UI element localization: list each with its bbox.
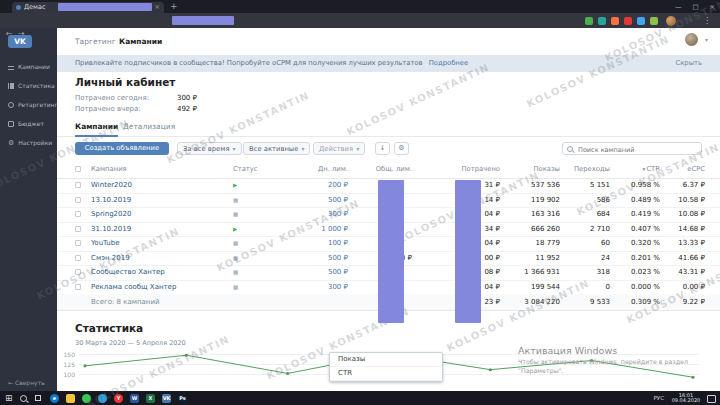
extension-icon[interactable] — [650, 17, 658, 25]
status-icon[interactable]: ■ — [233, 207, 238, 222]
total-ctr: 0.309 % — [631, 294, 660, 310]
row-checkbox[interactable] — [75, 226, 81, 232]
sidebar-item-retargeting[interactable]: Ретаргетинг — [0, 95, 57, 114]
window-minimize-icon[interactable]: — — [675, 3, 682, 11]
taskbar-clock[interactable]: 16:01 09.04.2020 — [668, 393, 704, 405]
status-icon[interactable]: ▶ — [233, 178, 237, 193]
taskbar-app-photoshop-icon[interactable]: Ps — [178, 394, 187, 403]
notification-center-icon[interactable] — [707, 395, 716, 403]
window-close-icon[interactable]: × — [710, 3, 715, 11]
col-ctr[interactable]: ▾CTR — [643, 160, 660, 178]
back-icon[interactable]: ← — [6, 26, 13, 41]
metric-option-impressions[interactable]: Показы — [330, 353, 442, 367]
tab-details[interactable]: Детализация — [123, 118, 175, 135]
daily-limit-link[interactable]: 300 ₽ — [328, 207, 348, 222]
select-all-checkbox[interactable] — [75, 166, 81, 172]
row-checkbox[interactable] — [75, 211, 81, 217]
daily-limit-link[interactable]: 500 ₽ — [328, 265, 348, 280]
taskbar-app-edge-icon[interactable]: e — [50, 394, 59, 403]
col-total-limit[interactable]: Общ. лим. — [376, 160, 412, 178]
spent-today-label: Потрачено сегодня: — [75, 94, 149, 102]
campaign-link[interactable]: 31.10.2019 — [91, 222, 131, 237]
spent-value: 00 ₽ — [484, 251, 500, 266]
col-status[interactable]: Статус — [233, 160, 258, 178]
task-view-icon[interactable] — [35, 395, 41, 401]
extension-icon[interactable] — [637, 17, 645, 25]
row-checkbox[interactable] — [75, 269, 81, 275]
row-checkbox[interactable] — [75, 197, 81, 203]
row-checkbox[interactable] — [75, 255, 81, 261]
actions-dropdown[interactable]: Действия▾ — [313, 142, 365, 155]
taskbar-search-icon[interactable] — [20, 395, 27, 402]
campaign-link[interactable]: Сообщество Хантер — [91, 265, 165, 280]
taskbar-app-explorer-icon[interactable] — [66, 394, 75, 403]
status-icon[interactable]: ▶ — [233, 222, 237, 237]
taskbar-app-yandex-browser-icon[interactable]: Y — [114, 394, 123, 403]
export-icon[interactable]: ↓ — [375, 142, 390, 155]
row-checkbox[interactable] — [75, 240, 81, 246]
chevron-down-icon[interactable]: ▾ — [705, 36, 708, 43]
extension-icon[interactable] — [598, 17, 606, 25]
taskbar-app-whatsapp-icon[interactable] — [82, 394, 91, 403]
tab-campaigns[interactable]: Кампании — [75, 118, 118, 137]
status-icon[interactable]: ■ — [233, 280, 238, 295]
campaign-link[interactable]: YouTube — [91, 236, 119, 251]
sidebar-item-campaigns[interactable]: Кампании — [0, 57, 57, 76]
gear-icon[interactable]: ⚙ — [394, 142, 409, 155]
taskbar-app-telegram-icon[interactable] — [98, 394, 107, 403]
window-maximize-icon[interactable]: □ — [692, 3, 698, 11]
campaign-link[interactable]: Spring2020 — [91, 207, 131, 222]
status-filter-dropdown[interactable]: Все активные▾ — [243, 142, 310, 155]
stats-date-range[interactable]: 30 Марта 2020 — 5 Апреля 2020 — [75, 339, 186, 347]
status-icon[interactable]: ■ — [233, 193, 238, 208]
search-input[interactable] — [576, 144, 702, 156]
daily-limit-link[interactable]: 200 ₽ — [328, 178, 348, 193]
daily-limit-link[interactable]: 1 000 ₽ — [321, 222, 348, 237]
daily-limit-link[interactable]: 300 ₽ — [328, 280, 348, 295]
period-filter-dropdown[interactable]: За все время▾ — [177, 142, 242, 155]
col-daily-limit[interactable]: Дн. лим. — [318, 160, 348, 178]
forward-icon[interactable]: → — [18, 26, 25, 41]
avatar[interactable] — [685, 33, 698, 46]
col-clicks[interactable]: Переходы — [574, 160, 610, 178]
browser-menu-icon[interactable]: ⋮ — [703, 13, 711, 28]
sidebar-item-statistics[interactable]: Статистика — [0, 76, 57, 95]
sidebar-item-settings[interactable]: ⚙ Настройки — [0, 133, 57, 152]
row-checkbox[interactable] — [75, 182, 81, 188]
daily-limit-link[interactable]: 500 ₽ — [328, 251, 348, 266]
status-icon[interactable]: ■ — [233, 265, 238, 280]
breadcrumb-targeting[interactable]: Таргетинг — [75, 37, 116, 46]
taskbar-app-excel-icon[interactable]: X — [146, 394, 155, 403]
taskbar-app-vk-app-icon[interactable]: VK — [162, 394, 171, 403]
sidebar-collapse-button[interactable]: ← Свернуть — [8, 379, 45, 386]
language-indicator[interactable]: РУС — [653, 391, 664, 405]
tab-close-icon[interactable]: × — [154, 3, 160, 11]
row-checkbox[interactable] — [75, 284, 81, 290]
col-campaign[interactable]: Кампания — [91, 160, 127, 178]
extension-icon[interactable] — [611, 17, 619, 25]
campaign-link[interactable]: 13.10.2019 — [91, 193, 131, 208]
extension-icon[interactable] — [585, 17, 593, 25]
col-spent[interactable]: Потрачено — [461, 160, 500, 178]
status-icon[interactable]: ■ — [233, 236, 238, 251]
status-icon[interactable]: ■ — [233, 251, 238, 266]
create-ad-button[interactable]: Создать объявление — [75, 142, 169, 155]
new-tab-button[interactable]: + — [170, 0, 178, 13]
col-ecpc[interactable]: eCPC — [687, 160, 705, 178]
campaign-link[interactable]: Winter2020 — [91, 178, 132, 193]
campaign-link[interactable]: Реклама сообщ Хантер — [91, 280, 176, 295]
extension-icon[interactable] — [624, 17, 632, 25]
banner-hide-button[interactable]: Скрыть — [676, 55, 703, 72]
campaign-link[interactable]: Смэн 2019 — [91, 251, 130, 266]
sidebar-item-budget[interactable]: Бюджет — [0, 114, 57, 133]
col-impressions[interactable]: Показы — [533, 160, 560, 178]
start-button[interactable]: ⊞ — [5, 391, 13, 405]
breadcrumb-campaigns[interactable]: Кампании — [119, 37, 162, 46]
metric-option-ctr[interactable]: CTR — [330, 367, 442, 381]
campaign-search[interactable] — [562, 142, 702, 155]
taskbar-app-word-icon[interactable]: W — [130, 394, 139, 403]
daily-limit-link[interactable]: 500 ₽ — [328, 193, 348, 208]
daily-limit-link[interactable]: 100 ₽ — [328, 236, 348, 251]
browser-profile-avatar[interactable] — [666, 16, 676, 26]
banner-more-link[interactable]: Подробнее — [429, 59, 468, 67]
